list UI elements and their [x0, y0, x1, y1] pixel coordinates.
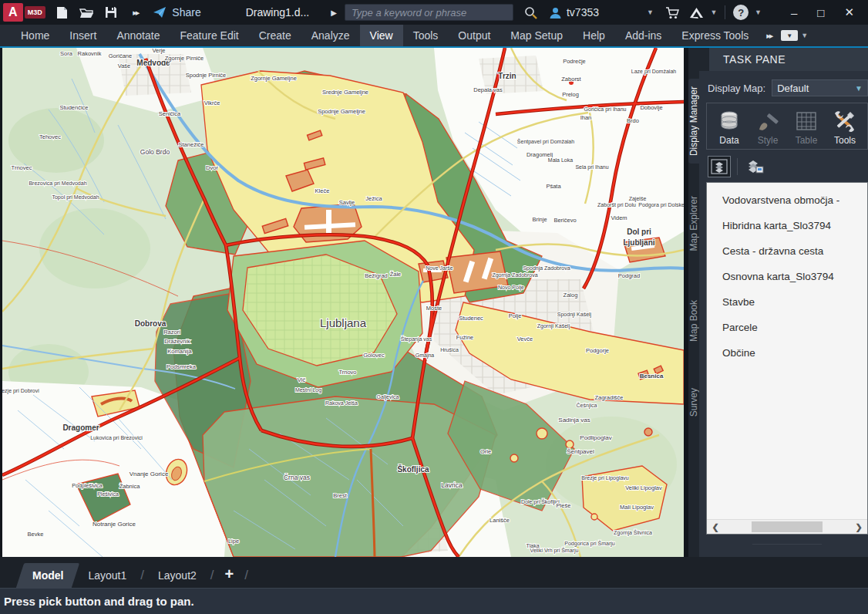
share-button[interactable]: Share: [172, 6, 200, 19]
map-place-label: Goričane: [109, 52, 132, 59]
map-place-label: Trnovec: [12, 164, 32, 171]
map-place-label: Prelog: [562, 91, 579, 98]
user-dropdown-icon[interactable]: ▼: [647, 8, 654, 16]
maximize-button[interactable]: □: [817, 6, 824, 19]
layer-item[interactable]: Osnovna karta_Slo3794: [707, 264, 867, 289]
help-icon[interactable]: ?: [733, 5, 749, 20]
map-place-label: Črna vas: [284, 474, 310, 481]
ribbon-toggle-dropdown-icon[interactable]: ▼: [801, 32, 808, 39]
table-button[interactable]: Table: [789, 110, 824, 146]
map-place-label: Škofljica: [397, 464, 429, 474]
autodesk-dropdown-icon[interactable]: ▼: [710, 8, 717, 16]
map-viewport[interactable]: MedvodeTrzinDobrovaDragomerŠkofljicaDol …: [2, 48, 684, 557]
map-place-label: Polje: [509, 312, 522, 319]
toolbar-expand-icon[interactable]: ▸▸: [128, 5, 143, 19]
task-pane-side-tabs: Display ManagerMap ExplorerMap BookSurve…: [688, 71, 699, 557]
side-tab-display-manager[interactable]: Display Manager: [688, 79, 699, 164]
search-flyout-icon[interactable]: ▶: [331, 8, 337, 17]
map-place-label: Mestni Log: [295, 387, 321, 393]
ribbon-tab-view[interactable]: View: [360, 25, 403, 46]
add-group-button[interactable]: [744, 156, 767, 177]
ribbon-tab-insert[interactable]: Insert: [59, 25, 106, 46]
map-place-label: Stanežiče: [179, 141, 204, 148]
map-place-label: Štepanja vas: [401, 336, 432, 342]
ribbon-tab-add-ins[interactable]: Add-ins: [615, 25, 671, 46]
status-message: Press pick button and drag to pan.: [4, 595, 194, 608]
style-button[interactable]: Style: [750, 110, 786, 146]
user-account-button[interactable]: tv7353: [549, 6, 599, 19]
groups-view-button[interactable]: [708, 156, 731, 177]
status-bar: Press pick button and drag to pan.: [0, 588, 868, 614]
map-place-label: Lukovica pri Brezovici: [90, 435, 143, 441]
map-place-label: Sora: [60, 50, 73, 57]
chevron-down-icon: ▼: [855, 84, 863, 93]
layer-list: Vodovarstvena območja -Hibridna karta_Sl…: [707, 183, 867, 519]
ribbon-display-toggle-icon[interactable]: ▼: [781, 30, 798, 41]
help-dropdown-icon[interactable]: ▼: [755, 8, 762, 16]
tab-layout1[interactable]: Layout1: [76, 563, 139, 588]
layer-item[interactable]: Vodovarstvena območja -: [707, 187, 867, 213]
search-input[interactable]: [345, 4, 513, 21]
scrollbar-thumb[interactable]: [752, 521, 823, 532]
add-layout-button[interactable]: +: [216, 562, 244, 588]
map-place-label: Sadinja vas: [558, 417, 590, 423]
scrollbar-track[interactable]: [724, 520, 850, 534]
ribbon-tab-home[interactable]: Home: [11, 25, 59, 46]
map-place-label: Mala Loka: [548, 157, 573, 163]
tab-layout2[interactable]: Layout2: [146, 563, 209, 588]
ribbon-overflow-icon[interactable]: ▸▸: [766, 31, 772, 41]
username-label: tv7353: [567, 6, 599, 19]
map-place-label: Golo Brdo: [140, 148, 170, 156]
cart-icon[interactable]: [664, 5, 680, 19]
map-place-label: Lipe: [228, 538, 239, 545]
ribbon-tab-output[interactable]: Output: [448, 25, 500, 46]
horizontal-scrollbar[interactable]: ❮ ❯: [707, 519, 867, 534]
scroll-right-icon[interactable]: ❯: [850, 522, 867, 532]
ribbon-tab-feature-edit[interactable]: Feature Edit: [170, 25, 248, 46]
display-map-select[interactable]: Default ▼: [772, 79, 868, 96]
side-tab-map-explorer[interactable]: Map Explorer: [688, 188, 699, 258]
ribbon-tab-analyze[interactable]: Analyze: [301, 25, 360, 46]
database-icon: [718, 110, 741, 133]
map-place-label: Ježica: [365, 195, 382, 202]
layer-item[interactable]: Hibridna karta_Slo3794: [707, 213, 867, 238]
layer-item[interactable]: Stavbe: [707, 289, 867, 315]
tab-model[interactable]: Model: [16, 563, 80, 588]
task-pane-title: TASK PANE: [709, 48, 868, 71]
map-place-label: Nove Jarše: [426, 265, 453, 271]
scroll-left-icon[interactable]: ❮: [707, 522, 724, 532]
map-place-label: Podlipoglav: [580, 434, 611, 441]
tab-divider: /: [209, 563, 216, 588]
open-folder-icon[interactable]: [79, 5, 94, 19]
map-place-label: Brezovica pri Medvodah: [29, 180, 86, 187]
map-place-label: Vevče: [517, 336, 533, 342]
layer-item[interactable]: Občine: [707, 340, 867, 366]
save-icon[interactable]: [103, 5, 119, 19]
drawing-area: MedvodeTrzinDobrovaDragomerŠkofljicaDol …: [0, 48, 688, 557]
close-button[interactable]: ✕: [844, 5, 854, 19]
ribbon-tab-help[interactable]: Help: [573, 25, 615, 46]
ribbon-tab-annotate[interactable]: Annotate: [106, 25, 170, 46]
ribbon-tab-map-setup[interactable]: Map Setup: [500, 25, 573, 46]
ribbon-tab-create[interactable]: Create: [249, 25, 301, 46]
new-file-icon[interactable]: [55, 5, 70, 19]
map-place-label: Pšata: [546, 183, 561, 190]
share-plane-icon[interactable]: [153, 5, 168, 19]
map-place-label: Podrečje: [563, 58, 586, 65]
autodesk-logo-icon[interactable]: [689, 5, 705, 19]
layer-item[interactable]: Cesta - državna cesta: [707, 238, 867, 264]
search-icon[interactable]: [523, 5, 538, 19]
map-place-label: Depala vas: [473, 86, 503, 93]
autocad-logo-icon[interactable]: A: [3, 3, 23, 22]
tools-button[interactable]: Tools: [827, 110, 863, 146]
layer-group-icon: [711, 159, 728, 174]
side-tab-survey[interactable]: Survey: [688, 380, 699, 424]
layer-item[interactable]: Parcele: [707, 315, 867, 340]
data-button[interactable]: Data: [712, 110, 747, 146]
side-tab-map-book[interactable]: Map Book: [688, 292, 699, 349]
ribbon-tab-tools[interactable]: Tools: [403, 25, 449, 46]
minimize-button[interactable]: –: [791, 6, 797, 19]
pane-resize-grip[interactable]: [752, 544, 822, 546]
map-place-label: Studenčice: [59, 104, 88, 111]
ribbon-tab-express-tools[interactable]: Express Tools: [671, 25, 759, 46]
